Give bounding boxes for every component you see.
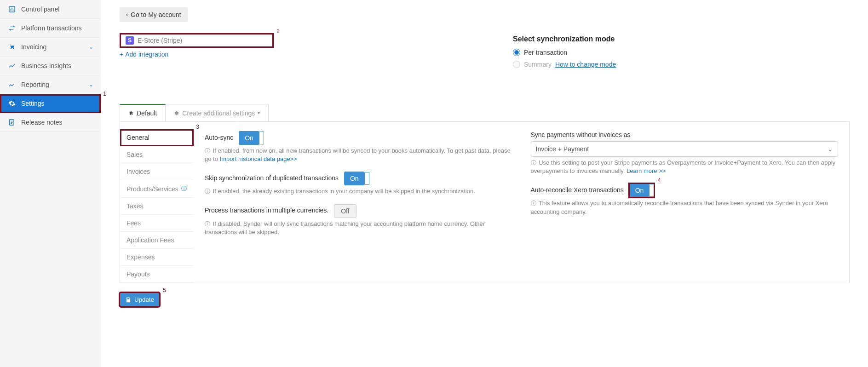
transfer-icon [7, 23, 17, 33]
sidebar-item-business-insights[interactable]: Business Insights [0, 57, 101, 75]
info-icon: ⓘ [531, 200, 536, 206]
auto-sync-label: Auto-sync [205, 134, 233, 141]
settings-nav-payouts[interactable]: Payouts [120, 266, 194, 283]
settings-nav-label: Fees [126, 219, 141, 227]
settings-nav-label: Payouts [126, 270, 150, 278]
settings-nav-products[interactable]: Products/Services ⓘ [120, 180, 194, 198]
cart-icon [7, 42, 17, 52]
integration-selector[interactable]: S E-Store (Stripe) 2 [120, 33, 274, 48]
annotation-marker: 4 [658, 177, 661, 184]
back-to-account-button[interactable]: ‹ Go to My account [120, 7, 188, 22]
how-to-change-mode-link[interactable]: How to change mode [555, 61, 616, 68]
annotation-marker: 5 [163, 287, 166, 293]
toggle-track [650, 184, 654, 197]
summary-radio [513, 61, 520, 68]
toggle-track [365, 172, 369, 185]
sidebar-item-reporting[interactable]: Reporting ⌄ [0, 75, 101, 94]
tab-default[interactable]: Default [120, 104, 166, 121]
settings-subnav: General 3 Sales Invoices Products/Servic… [120, 129, 194, 283]
sidebar-item-invoicing[interactable]: Invoicing ⌄ [0, 38, 101, 57]
info-icon: ⓘ [205, 148, 210, 154]
tab-create-label: Create additional settings [182, 109, 255, 117]
chevron-down-icon: ⌄ [828, 145, 833, 153]
settings-right-column: Sync payments without invoices as Invoic… [531, 131, 839, 275]
sync-mode-per-transaction[interactable]: Per transaction [513, 49, 616, 56]
auto-reconcile-label: Auto-reconcile Xero transactions [531, 186, 624, 194]
multi-curr-label: Process transactions in multiple currenc… [205, 206, 328, 214]
settings-nav-label: Products/Services [126, 185, 178, 193]
per-transaction-radio[interactable] [513, 49, 520, 56]
chevron-down-icon: ⌄ [89, 81, 93, 88]
plus-icon: + [120, 51, 123, 58]
settings-nav-label: Invoices [126, 168, 150, 175]
sync-mode-title: Select synchronization mode [513, 35, 616, 43]
info-icon: ⓘ [205, 221, 210, 227]
toggle-track [259, 132, 264, 144]
sidebar-item-label: Platform transactions [21, 24, 93, 32]
skip-dup-toggle[interactable]: On [344, 172, 369, 185]
sidebar-item-release-notes[interactable]: Release notes [0, 113, 101, 132]
sidebar-item-platform-transactions[interactable]: Platform transactions [0, 19, 101, 38]
update-button-label: Update [134, 296, 154, 303]
auto-reconcile-toggle[interactable]: On 4 [629, 184, 655, 197]
info-icon: ⓘ [205, 188, 210, 195]
help-icon[interactable]: ⓘ [181, 185, 187, 193]
toggle-off-label: Off [334, 204, 356, 218]
gear-icon [7, 99, 17, 108]
sync-without-label: Sync payments without invoices as [531, 131, 631, 138]
settings-tabs: Default Create additional settings ▾ [120, 104, 850, 122]
home-icon [128, 110, 134, 116]
summary-label: Summary [524, 61, 552, 68]
tab-create-additional[interactable]: Create additional settings ▾ [166, 104, 269, 121]
auto-reconcile-help: ⓘ This feature allows you to automatical… [531, 199, 839, 216]
settings-nav-application-fees[interactable]: Application Fees [120, 232, 194, 249]
settings-nav-label: Taxes [126, 202, 144, 210]
toggle-on-label: On [344, 172, 365, 185]
settings-nav-label: Expenses [126, 253, 155, 261]
chart-line-icon [7, 80, 17, 89]
add-integration-link[interactable]: + Add integration [120, 51, 168, 58]
sidebar-item-label: Reporting [21, 81, 89, 88]
add-integration-label: Add integration [125, 51, 168, 58]
gear-icon [174, 110, 179, 116]
sidebar-item-label: Business Insights [21, 62, 93, 69]
sidebar-item-settings[interactable]: Settings 1 [0, 94, 101, 113]
caret-down-icon: ▾ [258, 110, 260, 115]
settings-nav-expenses[interactable]: Expenses [120, 249, 194, 266]
stripe-icon: S [126, 36, 134, 45]
settings-nav-fees[interactable]: Fees [120, 215, 194, 232]
auto-sync-help: ⓘ If enabled, from now on, all new trans… [205, 147, 512, 163]
settings-nav-general[interactable]: General 3 [120, 129, 194, 146]
multi-curr-toggle[interactable]: Off [334, 204, 356, 218]
settings-nav-label: Sales [126, 151, 143, 158]
import-historical-link[interactable]: Import historical data page>> [220, 155, 297, 162]
sync-mode-section: Select synchronization mode Per transact… [513, 35, 616, 73]
sidebar: Control panel Platform transactions Invo… [0, 0, 101, 367]
settings-nav-sales[interactable]: Sales [120, 146, 194, 163]
auto-sync-toggle[interactable]: On [239, 131, 264, 145]
annotation-marker: 3 [196, 124, 199, 130]
skip-dup-label: Skip synchronization of duplicated trans… [205, 174, 339, 182]
per-transaction-label: Per transaction [524, 49, 567, 56]
chevron-down-icon: ⌄ [89, 44, 93, 50]
settings-nav-invoices[interactable]: Invoices [120, 163, 194, 180]
main-content: ‹ Go to My account S E-Store (Stripe) 2 … [101, 0, 868, 367]
settings-nav-label: Application Fees [126, 236, 174, 244]
settings-nav-taxes[interactable]: Taxes [120, 198, 194, 215]
back-button-label: Go to My account [131, 11, 181, 18]
integration-name: E-Store (Stripe) [138, 37, 182, 44]
chevron-left-icon: ‹ [126, 11, 128, 18]
settings-left-column: Auto-sync On ⓘ If enabled, from now on, … [205, 131, 512, 275]
learn-more-link[interactable]: Learn more >> [627, 167, 666, 174]
multi-curr-help: ⓘ If disabled, Synder will only sync tra… [205, 220, 512, 236]
toggle-on-label: On [239, 131, 259, 145]
sync-without-help: ⓘ Use this setting to post your Stripe p… [531, 159, 839, 175]
sync-without-select[interactable]: Invoice + Payment ⌄ [531, 141, 839, 157]
select-value: Invoice + Payment [536, 145, 589, 153]
sidebar-item-label: Settings [21, 100, 93, 107]
skip-dup-help: ⓘ If enabled, the already existing trans… [205, 187, 512, 195]
sidebar-item-label: Release notes [21, 119, 93, 126]
save-icon [125, 297, 132, 303]
sidebar-item-control-panel[interactable]: Control panel [0, 0, 101, 19]
update-button[interactable]: Update 5 [120, 292, 160, 307]
